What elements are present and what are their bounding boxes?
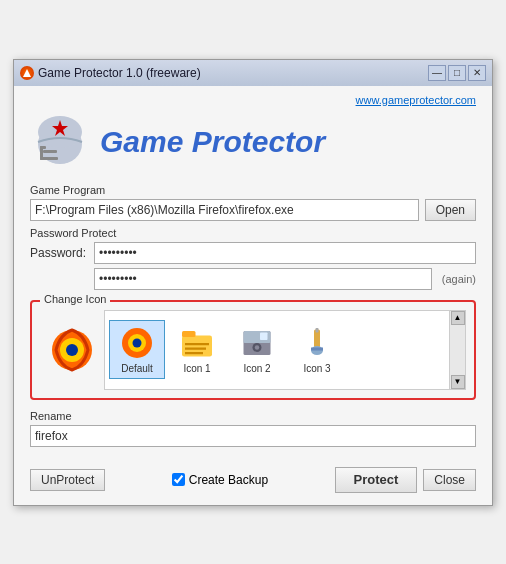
maximize-button[interactable]: □ xyxy=(448,65,466,81)
icons-container: Default Icon 1 xyxy=(40,310,466,390)
backup-checkbox[interactable] xyxy=(172,473,185,486)
change-icon-section: Change Icon xyxy=(30,300,476,400)
rename-section: Rename xyxy=(30,410,476,447)
rename-label: Rename xyxy=(30,410,476,422)
svg-rect-17 xyxy=(185,348,206,350)
svg-point-10 xyxy=(66,344,78,356)
icon-2-label: Icon 2 xyxy=(243,363,270,374)
svg-marker-0 xyxy=(23,69,31,77)
svg-rect-27 xyxy=(311,348,323,351)
main-window: Game Protector 1.0 (freeware) — □ ✕ www.… xyxy=(13,59,493,506)
title-controls: — □ ✕ xyxy=(428,65,486,81)
window-title: Game Protector 1.0 (freeware) xyxy=(38,66,201,80)
icon-1-label: Icon 1 xyxy=(183,363,210,374)
window-content: www.gameprotector.com xyxy=(14,86,492,505)
icon-item-default[interactable]: Default xyxy=(109,320,165,379)
backup-label: Create Backup xyxy=(189,473,268,487)
current-icon-display xyxy=(40,315,104,385)
protect-button[interactable]: Protect xyxy=(335,467,418,493)
app-title: Game Protector xyxy=(100,125,325,159)
password-field-label: Password: xyxy=(30,246,88,260)
app-icon xyxy=(20,66,34,80)
app-header: Game Protector xyxy=(30,112,476,172)
svg-rect-23 xyxy=(260,333,268,341)
svg-rect-18 xyxy=(185,352,203,354)
password-row: Password: xyxy=(30,242,476,264)
bottom-left: UnProtect xyxy=(30,469,105,491)
icon-item-3[interactable]: Icon 3 xyxy=(289,321,345,378)
close-button[interactable]: Close xyxy=(423,469,476,491)
icons-list: Default Icon 1 xyxy=(105,311,449,389)
svg-rect-7 xyxy=(43,150,57,153)
bottom-bar: UnProtect Create Backup Protect Close xyxy=(30,461,476,493)
scroll-down-button[interactable]: ▼ xyxy=(451,375,465,389)
backup-checkbox-row: Create Backup xyxy=(172,473,268,487)
close-window-button[interactable]: ✕ xyxy=(468,65,486,81)
icon-default-label: Default xyxy=(121,363,153,374)
open-button[interactable]: Open xyxy=(425,199,476,221)
game-program-row: Open xyxy=(30,199,476,221)
confirm-password-input[interactable] xyxy=(94,268,432,290)
icon-item-1[interactable]: Icon 1 xyxy=(169,321,225,378)
icon-3-label: Icon 3 xyxy=(303,363,330,374)
minimize-button[interactable]: — xyxy=(428,65,446,81)
password-section: Password Protect Password: (again) xyxy=(30,227,476,290)
svg-rect-16 xyxy=(185,343,209,345)
game-program-label: Game Program xyxy=(30,184,476,196)
password-protect-label: Password Protect xyxy=(30,227,476,239)
icon-scrollbar: ▲ ▼ xyxy=(449,311,465,389)
helmet-icon xyxy=(30,112,90,172)
icon-item-2[interactable]: Icon 2 xyxy=(229,321,285,378)
svg-rect-6 xyxy=(40,157,58,160)
title-bar-left: Game Protector 1.0 (freeware) xyxy=(20,66,201,80)
bottom-right: Protect Close xyxy=(335,467,476,493)
website-link[interactable]: www.gameprotector.com xyxy=(30,94,476,106)
svg-rect-15 xyxy=(182,331,196,337)
svg-rect-25 xyxy=(316,328,319,333)
svg-point-22 xyxy=(255,345,260,350)
rename-input[interactable] xyxy=(30,425,476,447)
icons-scroll-area: Default Icon 1 xyxy=(104,310,466,390)
again-label: (again) xyxy=(442,273,476,285)
svg-point-13 xyxy=(133,339,142,348)
game-program-input[interactable] xyxy=(30,199,419,221)
password-input[interactable] xyxy=(94,242,476,264)
change-icon-label: Change Icon xyxy=(40,293,110,305)
unprotect-button[interactable]: UnProtect xyxy=(30,469,105,491)
scroll-track xyxy=(450,325,465,375)
title-bar: Game Protector 1.0 (freeware) — □ ✕ xyxy=(14,60,492,86)
firefox-current-icon xyxy=(48,326,96,374)
confirm-row: (again) xyxy=(30,268,476,290)
scroll-up-button[interactable]: ▲ xyxy=(451,311,465,325)
